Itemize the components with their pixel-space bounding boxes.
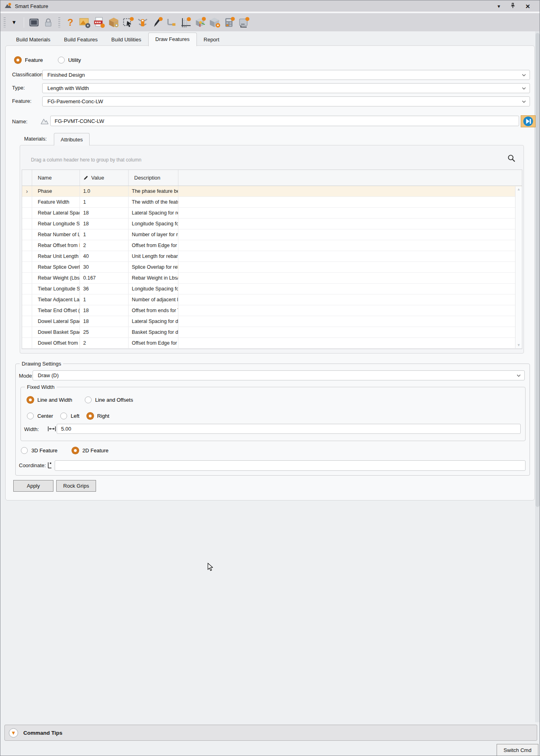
scroll-up-icon[interactable]: ▲ xyxy=(517,188,521,191)
table-row[interactable]: Rebar Offset from Ed...2Offset from Edge… xyxy=(22,240,522,251)
help-icon[interactable]: ? xyxy=(64,16,76,29)
chevron-down-icon xyxy=(522,87,526,90)
column-header-name[interactable]: Name xyxy=(32,170,80,186)
classification-select[interactable]: Finished Design xyxy=(42,70,530,80)
chevron-down-icon xyxy=(522,100,526,103)
table-row[interactable]: Dowel Basket Spacin...25Basket Spacing f… xyxy=(22,327,522,338)
3d-feature-radio[interactable] xyxy=(21,447,28,454)
table-row[interactable]: Tiebar Longitude Spa...36Longitude Spaci… xyxy=(22,284,522,294)
classification-value: Finished Design xyxy=(47,72,85,78)
dropdown-arrow-icon[interactable]: ▼ xyxy=(8,16,20,29)
left-radio[interactable] xyxy=(60,413,67,419)
column-header-value[interactable]: Value xyxy=(80,170,129,186)
tab-build-materials[interactable]: Build Materials xyxy=(9,34,57,46)
draw-features-panel: Feature Utility Classification: Finished… xyxy=(5,45,535,501)
alignment-radio-group: Center Left Right xyxy=(27,413,109,419)
grid-group-hint: Drag a column header here to group by th… xyxy=(31,157,141,163)
mode-label: Mode: xyxy=(19,373,33,379)
table-row[interactable]: Dowel Lateral Spacin...18Lateral Spacing… xyxy=(22,316,522,327)
table-row[interactable]: Rebar Unit Length40Unit Length for rebar xyxy=(22,251,522,262)
table-row[interactable]: Rebar Splice Overlap...30Splice Overlap … xyxy=(22,262,522,273)
feature-label: Feature: xyxy=(12,98,31,104)
box-paint-icon[interactable] xyxy=(108,16,120,29)
line-and-width-radio[interactable] xyxy=(27,396,34,403)
fixed-width-title: Fixed Width xyxy=(25,384,57,390)
table-body: Phase1.0The phase feature bel... Feature… xyxy=(22,186,522,349)
feature-select[interactable]: FG-Pavement-Conc-LW xyxy=(42,96,530,106)
window-scrollbar[interactable] xyxy=(535,31,540,722)
classification-label: Classification: xyxy=(12,72,44,78)
width-input[interactable] xyxy=(57,424,521,434)
column-header-description[interactable]: Description xyxy=(129,170,178,186)
attributes-table: Name Value Description Phase1.0The phase… xyxy=(22,170,522,349)
attributes-grid-group: Drag a column header here to group by th… xyxy=(20,145,524,353)
table-row[interactable]: Rebar Number of Lay...1Number of layer f… xyxy=(22,229,522,240)
table-row[interactable]: Rebar Lateral Spacin...18Lateral Spacing… xyxy=(22,208,522,219)
window-close-button[interactable]: × xyxy=(526,2,530,10)
coordinate-input[interactable] xyxy=(55,460,526,471)
coordinate-label: Coordinate: xyxy=(19,462,46,468)
grid-axes-icon[interactable] xyxy=(180,16,192,29)
line-and-width-label: Line and Width xyxy=(37,397,72,403)
table-row[interactable]: Phase1.0The phase feature bel... xyxy=(22,186,522,197)
apply-button[interactable]: Apply xyxy=(13,480,53,492)
table-row[interactable]: Feature Width1The width of the feature xyxy=(22,197,522,208)
scroll-down-icon[interactable]: ▼ xyxy=(517,343,521,347)
width-dimension-icon xyxy=(47,425,56,432)
document-settings-icon[interactable] xyxy=(238,16,250,29)
table-scrollbar[interactable]: ▲ ▼ xyxy=(515,186,522,348)
pen-settings-icon[interactable] xyxy=(151,16,163,29)
right-label: Right xyxy=(97,413,109,419)
name-input[interactable] xyxy=(50,116,519,126)
tab-build-features[interactable]: Build Features xyxy=(57,34,104,46)
screen-icon[interactable] xyxy=(28,16,40,29)
tab-draw-features[interactable]: Draw Features xyxy=(148,33,197,46)
lock-icon[interactable] xyxy=(42,16,54,29)
cube-axes-icon[interactable] xyxy=(194,16,207,29)
utility-radio[interactable] xyxy=(58,57,65,63)
type-select[interactable]: Length with Width xyxy=(42,83,530,93)
table-row[interactable]: Rebar Weight (Lbs/Ft)0.167Rebar Weight i… xyxy=(22,273,522,284)
robot-tool-icon[interactable] xyxy=(137,16,149,29)
next-play-button[interactable] xyxy=(521,115,536,127)
center-radio[interactable] xyxy=(27,413,34,419)
toolbar-separator xyxy=(24,17,24,28)
tab-build-utilities[interactable]: Build Utilities xyxy=(104,34,148,46)
toolbar-grip[interactable] xyxy=(58,17,60,28)
command-tips-bar[interactable]: ▼ Command Tips xyxy=(4,725,537,741)
toolbar-grip[interactable] xyxy=(4,17,6,28)
window-collapse-button[interactable]: ▾ xyxy=(497,4,500,9)
table-row[interactable]: Rebar Longitude Spa...18Longitude Spacin… xyxy=(22,219,522,229)
rock-grips-button[interactable]: Rock Grips xyxy=(56,480,96,492)
table-row[interactable]: Dowel Offset from Ed...2Offset from Edge… xyxy=(22,338,522,349)
table-row[interactable]: Tiebar Adjacent Lane1Number of adjacent … xyxy=(22,294,522,305)
subtab-materials[interactable]: Materials: xyxy=(24,136,47,142)
type-label: Type: xyxy=(12,85,25,91)
mode-select[interactable]: Draw (D) xyxy=(33,370,525,380)
line-style-radio-group: Line and Width Line and Offsets xyxy=(27,396,133,403)
tab-report[interactable]: Report xyxy=(197,34,226,46)
pdf-export-icon[interactable] xyxy=(93,16,105,29)
pencil-icon xyxy=(83,175,88,180)
search-icon[interactable] xyxy=(507,154,515,162)
window-pin-button[interactable] xyxy=(511,3,515,9)
2d-feature-radio[interactable] xyxy=(72,447,79,454)
subtab-attributes[interactable]: Attributes xyxy=(54,133,90,145)
select-settings-icon[interactable] xyxy=(122,16,134,29)
table-row[interactable]: Tiebar End Offset (In)18Offset from ends… xyxy=(22,305,522,316)
calculator-settings-icon[interactable] xyxy=(223,16,235,29)
right-radio[interactable] xyxy=(87,413,94,419)
pipe-tool-icon[interactable] xyxy=(166,16,178,29)
switch-cmd-button[interactable]: Switch Cmd xyxy=(497,744,538,756)
image-gear-icon[interactable] xyxy=(79,16,91,29)
left-label: Left xyxy=(71,413,80,419)
feature-type-radio-group: Feature Utility xyxy=(14,57,81,63)
cube-gear-icon[interactable] xyxy=(209,16,221,29)
name-label: Name: xyxy=(12,119,27,125)
titlebar: Smart Feature ▾ × xyxy=(0,0,540,12)
feature-radio[interactable] xyxy=(14,57,21,63)
collapse-triangle-icon[interactable]: ▼ xyxy=(9,728,18,738)
line-and-offsets-radio[interactable] xyxy=(85,396,92,403)
scrollbar-thumb[interactable] xyxy=(536,33,540,507)
main-tabs: Build Materials Build Features Build Uti… xyxy=(0,31,534,46)
